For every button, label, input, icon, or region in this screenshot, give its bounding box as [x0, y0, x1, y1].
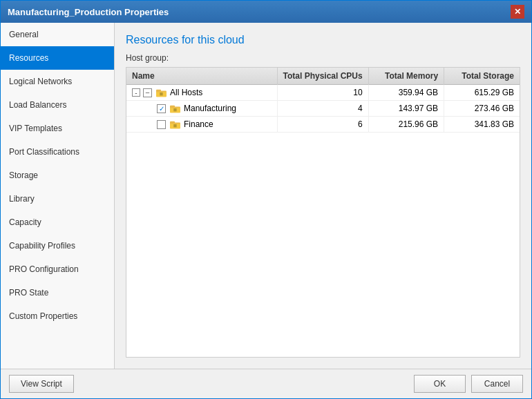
table-cell-name: -−All Hosts	[126, 85, 277, 101]
content-area: Resources for this cloud Host group: Nam…	[115, 23, 531, 369]
sidebar-item-custom-properties[interactable]: Custom Properties	[1, 304, 114, 328]
col-header-memory: Total Memory	[368, 68, 444, 85]
sidebar-item-capability-profiles[interactable]: Capability Profiles	[1, 234, 114, 257]
folder-icon	[169, 104, 181, 113]
table-cell-name: Manufacturing	[126, 101, 277, 117]
expand-button[interactable]: -	[132, 88, 140, 97]
sidebar-item-resources[interactable]: Resources	[1, 46, 114, 70]
host-group-name: Manufacturing	[184, 104, 236, 113]
sidebar-item-load-balancers[interactable]: Load Balancers	[1, 93, 114, 117]
cancel-button[interactable]: Cancel	[471, 375, 523, 393]
dialog-body: GeneralResourcesLogical NetworksLoad Bal…	[1, 23, 531, 369]
title-bar: Manufacturing_Production Properties ✕	[1, 1, 531, 23]
table-row: -−All Hosts10359.94 GB615.29 GB	[126, 85, 520, 101]
folder-icon	[155, 88, 167, 97]
table-header-row: Name Total Physical CPUs Total Memory To…	[126, 68, 520, 85]
table-row: Manufacturing4143.97 GB273.46 GB	[126, 101, 520, 117]
sidebar-item-pro-state[interactable]: PRO State	[1, 281, 114, 304]
table-cell-memory: 143.97 GB	[368, 101, 444, 117]
dialog-window: Manufacturing_Production Properties ✕ Ge…	[0, 0, 532, 399]
sidebar-item-pro-configuration[interactable]: PRO Configuration	[1, 257, 114, 281]
close-button[interactable]: ✕	[511, 5, 524, 19]
col-header-storage: Total Storage	[444, 68, 520, 85]
view-script-button[interactable]: View Script	[9, 375, 74, 393]
row-checkbox[interactable]: −	[143, 88, 152, 97]
svg-rect-11	[173, 124, 176, 127]
host-group-label: Host group:	[126, 53, 520, 63]
sidebar-scroll: GeneralResourcesLogical NetworksLoad Bal…	[1, 23, 114, 369]
table-cell-memory: 359.94 GB	[368, 85, 444, 101]
sidebar-item-general[interactable]: General	[1, 23, 114, 46]
host-group-name: All Hosts	[170, 88, 202, 97]
row-checkbox[interactable]	[157, 120, 166, 129]
table-cell-cpus: 4	[277, 101, 368, 117]
sidebar-item-vip-templates[interactable]: VIP Templates	[1, 117, 114, 140]
table-cell-storage: 615.29 GB	[444, 85, 520, 101]
row-checkbox[interactable]	[157, 104, 166, 113]
dialog-footer: View Script OK Cancel	[1, 369, 531, 398]
table-row: Finance6215.96 GB341.83 GB	[126, 117, 520, 133]
folder-icon	[169, 119, 181, 129]
ok-button[interactable]: OK	[414, 375, 466, 393]
sidebar: GeneralResourcesLogical NetworksLoad Bal…	[1, 23, 115, 369]
table-cell-memory: 215.96 GB	[368, 117, 444, 133]
content-title: Resources for this cloud	[126, 34, 520, 46]
footer-action-buttons: OK Cancel	[414, 375, 523, 393]
svg-rect-3	[160, 93, 162, 95]
table-cell-cpus: 6	[277, 117, 368, 133]
table-cell-storage: 273.46 GB	[444, 101, 520, 117]
svg-rect-7	[173, 108, 176, 111]
col-header-name: Name	[126, 68, 277, 85]
col-header-cpus: Total Physical CPUs	[277, 68, 368, 85]
dialog-title: Manufacturing_Production Properties	[8, 7, 169, 17]
table-cell-name: Finance	[126, 117, 277, 133]
host-group-table: Name Total Physical CPUs Total Memory To…	[126, 68, 520, 133]
sidebar-item-capacity[interactable]: Capacity	[1, 211, 114, 234]
table-cell-storage: 341.83 GB	[444, 117, 520, 133]
svg-rect-1	[156, 90, 161, 93]
host-group-name: Finance	[184, 119, 213, 129]
sidebar-item-storage[interactable]: Storage	[1, 164, 114, 187]
table-cell-cpus: 10	[277, 85, 368, 101]
host-group-table-container: Name Total Physical CPUs Total Memory To…	[126, 67, 520, 358]
sidebar-item-port-classifications[interactable]: Port Classifications	[1, 140, 114, 164]
svg-rect-9	[170, 121, 175, 124]
sidebar-item-logical-networks[interactable]: Logical Networks	[1, 70, 114, 93]
svg-rect-5	[170, 106, 175, 108]
sidebar-item-library[interactable]: Library	[1, 187, 114, 211]
